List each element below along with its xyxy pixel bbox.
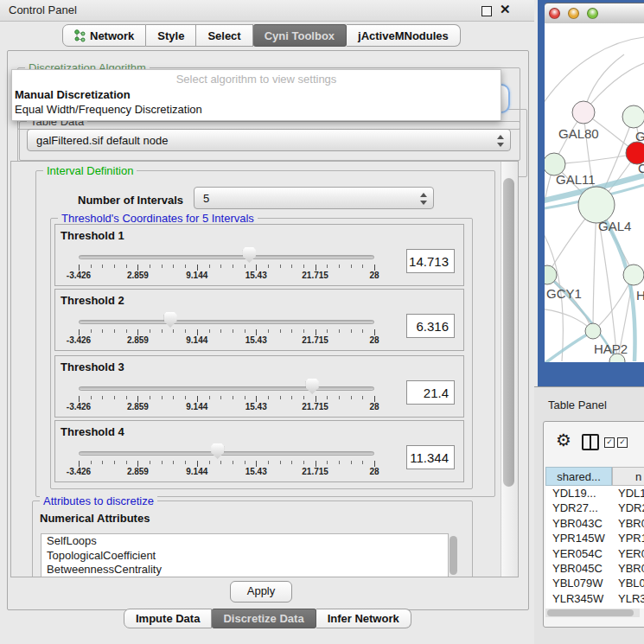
settings-scrollbar-thumb[interactable]	[503, 178, 514, 487]
mac-zoom-light[interactable]	[587, 8, 598, 19]
network-edge[interactable]	[554, 153, 637, 164]
list-item-topologicalcoefficient[interactable]: TopologicalCoefficient	[41, 549, 448, 564]
settings-scroll-area: Interval Definition Number of Intervals …	[10, 161, 519, 577]
tab-select[interactable]: Select	[196, 24, 252, 47]
threshold-panel-3: Threshold 3-3.4262.8599.14415.4321.71528…	[54, 355, 464, 418]
tick-label: 15.43	[245, 402, 267, 411]
table-row[interactable]: YBL079WYBL0	[545, 576, 644, 590]
mac-minimize-light[interactable]	[568, 8, 579, 19]
threshold-label: Threshold 3	[61, 360, 124, 373]
window-titlebar: Control Panel ✕	[0, 0, 534, 22]
slider-thumb[interactable]	[164, 312, 177, 328]
cell-name: YER0	[618, 547, 644, 560]
slider-thumb[interactable]	[243, 247, 256, 263]
table-data-combo[interactable]: galFiltered.sif default node	[27, 129, 511, 151]
window-title: Control Panel	[9, 3, 77, 16]
network-window-titlebar[interactable]	[545, 3, 644, 24]
slider-track[interactable]	[79, 451, 374, 456]
table-row[interactable]: YDL19...YDL1	[545, 486, 644, 501]
tick-label: 2.859	[127, 402, 149, 411]
network-edge[interactable]	[545, 164, 554, 258]
number-of-intervals-combo[interactable]: 5	[194, 187, 434, 209]
tab-jactivemnodules[interactable]: jActiveMNodules	[347, 24, 461, 47]
numerical-attributes-list[interactable]: SelfLoopsTopologicalCoefficientBetweenne…	[41, 533, 449, 577]
tick-mark	[209, 396, 210, 399]
tab-discretize-data[interactable]: Discretize Data	[212, 609, 316, 628]
tick-mark	[162, 329, 163, 333]
tick-mark	[268, 329, 269, 333]
slider-track[interactable]	[79, 255, 374, 259]
gear-icon[interactable]: ⚙	[556, 430, 571, 450]
table-row[interactable]: YLR345WYLR3	[545, 591, 644, 606]
table-row[interactable]: YDR27...YDR2	[545, 501, 644, 515]
float-window-icon[interactable]	[481, 6, 492, 16]
tick-mark	[362, 265, 363, 268]
tab-style[interactable]: Style	[146, 24, 196, 47]
popup-item-equal-width-frequency[interactable]: Equal Width/Frequency Discretization	[15, 103, 202, 116]
tab-network[interactable]: Network	[62, 24, 146, 47]
close-icon[interactable]: ✕	[500, 2, 511, 17]
table-horizontal-scrollbar[interactable]	[545, 609, 640, 617]
slider-track[interactable]	[79, 320, 374, 324]
bottom-tab-bar: Impute DataDiscretize DataInfer Network	[124, 609, 411, 628]
column-header-name[interactable]: n	[612, 467, 644, 486]
list-item-betweennesscentrality[interactable]: BetweennessCentrality	[41, 563, 448, 577]
mac-close-light[interactable]	[549, 8, 560, 19]
tab-infer-network[interactable]: Infer Network	[316, 609, 411, 628]
columns-icon[interactable]	[582, 434, 599, 450]
threshold-value-field[interactable]: 14.713	[406, 249, 455, 273]
network-canvas[interactable]: GAL80GCGAL11GAL4GCY1HHAP2	[545, 23, 644, 362]
tab-cyni-toolbox[interactable]: Cyni Toolbox	[253, 24, 347, 47]
tick-label: -3.426	[67, 467, 91, 476]
tick-mark	[79, 396, 80, 402]
popup-item-manual-discretization[interactable]: Manual Discretization	[15, 88, 131, 101]
tick-label: -3.426	[67, 335, 91, 345]
network-node[interactable]	[578, 187, 615, 223]
list-item-selfloops[interactable]: SelfLoops	[41, 534, 448, 549]
tick-mark	[268, 265, 269, 268]
tick-mark	[339, 396, 340, 399]
network-edge[interactable]	[545, 37, 644, 106]
slider-track[interactable]	[79, 386, 374, 391]
network-edge[interactable]	[593, 205, 596, 331]
apply-button[interactable]: Apply	[230, 581, 292, 603]
checkbox-icon[interactable]: ✓	[604, 437, 615, 448]
tick-mark	[137, 265, 138, 271]
network-node[interactable]	[622, 105, 644, 128]
slider-thumb[interactable]	[211, 443, 224, 459]
cell-shared-name: YPR145W	[552, 532, 605, 545]
threshold-label: Threshold 2	[61, 294, 124, 307]
tick-mark	[162, 396, 163, 399]
threshold-value-field[interactable]: 11.344	[406, 445, 455, 469]
tick-mark	[351, 329, 352, 333]
network-edge[interactable]	[583, 63, 644, 112]
threshold-label: Threshold 4	[61, 425, 124, 438]
threshold-value-field[interactable]: 6.316	[406, 314, 455, 338]
column-header-shared-name[interactable]: shared...	[545, 467, 612, 486]
table-row[interactable]: YER054CYER0	[545, 546, 644, 561]
network-edge[interactable]	[547, 275, 593, 331]
network-edge[interactable]	[545, 331, 593, 362]
checkbox-icon[interactable]: ✓	[617, 437, 628, 448]
tick-mark	[327, 329, 328, 333]
tab-label: Select	[207, 29, 240, 42]
table-panel-title: Table Panel	[548, 399, 607, 411]
interval-definition-title: Interval Definition	[43, 164, 137, 177]
tick-mark	[280, 329, 281, 333]
tick-label: 21.715	[302, 402, 328, 411]
table-row[interactable]: YPR145WYPR1	[545, 531, 644, 545]
slider-thumb[interactable]	[306, 379, 319, 394]
network-node[interactable]	[585, 323, 601, 339]
tick-mark	[173, 396, 174, 399]
tab-impute-data[interactable]: Impute Data	[124, 609, 212, 628]
table-row[interactable]: YBR045CYBR0	[545, 561, 644, 576]
node-label-gal80: GAL80	[558, 126, 599, 141]
table-row[interactable]: YBR043CYBR0	[545, 516, 644, 531]
network-node[interactable]	[572, 101, 595, 124]
network-node[interactable]	[623, 265, 644, 285]
attributes-list-scrollbar[interactable]	[450, 536, 457, 575]
tick-mark	[209, 461, 210, 464]
tab-label: Cyni Toolbox	[265, 29, 335, 42]
numerical-attributes-label: Numerical Attributes	[40, 512, 150, 525]
threshold-value-field[interactable]: 21.4	[406, 380, 455, 405]
